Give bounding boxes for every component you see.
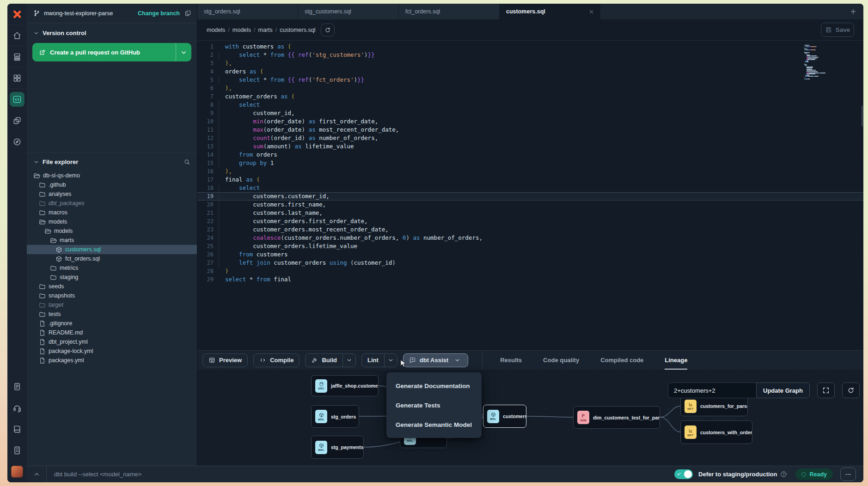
environments-icon[interactable] bbox=[7, 110, 27, 131]
code-editor[interactable]: 1with customers as (2 select * from {{ r… bbox=[197, 41, 863, 350]
tab-results[interactable]: Results bbox=[500, 351, 522, 370]
ide-icon[interactable] bbox=[7, 89, 27, 110]
code-line-2[interactable]: 2 select * from {{ ref('stg_customers')}… bbox=[197, 51, 863, 59]
code-line-16[interactable]: 16), bbox=[197, 167, 863, 176]
tree-item-metrics[interactable]: metrics bbox=[27, 263, 197, 273]
code-line-8[interactable]: 8 select bbox=[197, 101, 863, 109]
code-line-20[interactable]: 20 customers.first_name, bbox=[197, 200, 863, 209]
dbt-assist-button[interactable]: dbt Assist bbox=[403, 353, 468, 367]
tree-item-models[interactable]: models bbox=[27, 226, 197, 236]
tree-item-marts[interactable]: marts bbox=[27, 236, 197, 245]
code-line-1[interactable]: 1with customers as ( bbox=[197, 43, 863, 51]
code-line-27[interactable]: 27 left join customer_orders using (cust… bbox=[197, 259, 863, 267]
code-line-25[interactable]: 25 customer_orders.lifetime_value bbox=[197, 242, 863, 250]
docs-icon[interactable] bbox=[7, 419, 27, 440]
new-tab-button[interactable] bbox=[850, 8, 857, 15]
fullscreen-button[interactable] bbox=[817, 383, 835, 398]
code-line-6[interactable]: 6), bbox=[197, 84, 863, 92]
tree-item-models[interactable]: models bbox=[27, 217, 197, 226]
code-line-22[interactable]: 22 customer_orders.first_order_date, bbox=[197, 217, 863, 225]
tree-item--gitignore[interactable]: .gitignore bbox=[27, 319, 197, 328]
code-line-11[interactable]: 11 max(order_date) as most_recent_order_… bbox=[197, 126, 863, 134]
pr-dropdown-caret[interactable] bbox=[176, 43, 191, 61]
tab-compiled-code[interactable]: Compiled code bbox=[600, 351, 643, 370]
code-line-24[interactable]: 24 coalesce(customer_orders.number_of_or… bbox=[197, 234, 863, 242]
breadcrumb-part[interactable]: models bbox=[207, 27, 225, 33]
home-icon[interactable] bbox=[7, 25, 27, 46]
chevron-down-icon[interactable] bbox=[342, 354, 355, 367]
tab-code-quality[interactable]: Code quality bbox=[543, 351, 579, 370]
copy-icon[interactable] bbox=[184, 10, 191, 17]
lineage-filter-input[interactable]: 2+customers+2 bbox=[668, 383, 756, 398]
code-line-13[interactable]: 13 sum(amount) as lifetime_value bbox=[197, 142, 863, 151]
tree-item-packages-yml[interactable]: packages.yml bbox=[27, 356, 197, 365]
code-line-3[interactable]: 3), bbox=[197, 59, 863, 67]
build-button[interactable]: Build bbox=[305, 353, 356, 367]
projects-icon[interactable] bbox=[7, 46, 27, 67]
code-line-4[interactable]: 4orders as ( bbox=[197, 67, 863, 76]
compile-button[interactable]: Compile bbox=[253, 353, 300, 367]
code-line-14[interactable]: 14 from orders bbox=[197, 151, 863, 159]
code-line-19[interactable]: 19 customers.customer_id, bbox=[197, 192, 863, 200]
lint-button[interactable]: Lint bbox=[361, 353, 397, 367]
tree-item-db-sl-qs-demo[interactable]: db-sl-qs-demo bbox=[27, 171, 197, 180]
account-icon[interactable] bbox=[7, 440, 27, 461]
update-graph-button[interactable]: Update Graph bbox=[756, 383, 810, 398]
code-line-26[interactable]: 26 from customers bbox=[197, 250, 863, 259]
breadcrumb-part[interactable]: marts bbox=[258, 27, 273, 33]
menu-item-generate-documentation[interactable]: Generate Documentation bbox=[386, 376, 482, 395]
create-pr-button[interactable]: Create a pull request on GitHub bbox=[32, 43, 191, 61]
explore-icon[interactable] bbox=[7, 131, 27, 152]
preview-button[interactable]: Preview bbox=[202, 353, 248, 367]
tree-item-fct-orders-sql[interactable]: fct_orders.sql bbox=[27, 254, 197, 263]
code-line-23[interactable]: 23 customer_orders.most_recent_order_dat… bbox=[197, 225, 863, 234]
editor-minimap[interactable] bbox=[803, 44, 833, 80]
editor-tab-stg_customers-sql[interactable]: stg_customers.sql bbox=[298, 4, 399, 19]
tab-lineage[interactable]: Lineage bbox=[665, 351, 687, 370]
code-line-5[interactable]: 5 select * from {{ ref('fct_orders')}} bbox=[197, 76, 863, 84]
menu-item-generate-semantic-model[interactable]: Generate Semantic Model bbox=[386, 415, 482, 434]
code-line-21[interactable]: 21 customers.last_name, bbox=[197, 209, 863, 217]
code-line-28[interactable]: 28) bbox=[197, 267, 863, 275]
lineage-node-customers_for_parse[interactable]: METcustomers_for_parse bbox=[680, 396, 748, 416]
defer-toggle[interactable] bbox=[674, 469, 693, 479]
search-icon[interactable] bbox=[183, 158, 190, 165]
jobs-icon[interactable] bbox=[7, 376, 27, 397]
save-button[interactable]: Save bbox=[821, 23, 854, 37]
tree-item-dbt-project-yml[interactable]: dbt_project.yml bbox=[27, 337, 197, 346]
dbt-logo-icon[interactable] bbox=[7, 4, 27, 25]
editor-tab-stg_orders-sql[interactable]: stg_orders.sql bbox=[197, 4, 298, 19]
lineage-node-stg_orders[interactable]: MDLstg_orders bbox=[311, 405, 359, 428]
lineage-node-dim_customers_test_for_parse[interactable]: SEMdim_customers_test_for_parse bbox=[573, 406, 660, 429]
chevron-down-icon[interactable] bbox=[384, 354, 397, 367]
file-explorer-header[interactable]: File explorer bbox=[27, 152, 197, 168]
breadcrumb-part[interactable]: models bbox=[232, 27, 251, 33]
tree-item-customers-sql[interactable]: customers.sql bbox=[27, 245, 197, 254]
help-icon[interactable] bbox=[780, 471, 787, 478]
tree-item--github[interactable]: .github bbox=[27, 180, 197, 189]
command-bar-collapse-button[interactable] bbox=[27, 466, 47, 482]
code-line-9[interactable]: 9 customer_id, bbox=[197, 109, 863, 117]
code-line-29[interactable]: 29select * from final bbox=[197, 275, 863, 284]
lineage-node-customers_with_orders[interactable]: METcustomers_with_orders bbox=[680, 420, 752, 444]
menu-item-generate-tests[interactable]: Generate Tests bbox=[386, 395, 482, 415]
command-input[interactable]: dbt build --select <model_name> bbox=[47, 471, 141, 478]
tree-item-package-lock-yml[interactable]: package-lock.yml bbox=[27, 346, 197, 356]
close-icon[interactable] bbox=[588, 9, 594, 15]
lineage-node-stg_payments[interactable]: MDLstg_payments bbox=[311, 436, 364, 459]
editor-tab-customers-sql[interactable]: customers.sql bbox=[500, 4, 600, 19]
breadcrumb-part[interactable]: customers.sql bbox=[280, 27, 315, 33]
tree-item-macros[interactable]: macros bbox=[27, 208, 197, 217]
code-line-15[interactable]: 15 group by 1 bbox=[197, 159, 863, 167]
lineage-node-jaffle_shop_customers[interactable]: SRCjaffle_shop.customers bbox=[311, 375, 379, 396]
tree-item-target[interactable]: target bbox=[27, 300, 197, 310]
more-options-button[interactable] bbox=[840, 468, 856, 481]
tree-item-dbt-packages[interactable]: dbt_packages bbox=[27, 199, 197, 208]
editor-scrollbar[interactable] bbox=[862, 105, 863, 127]
tree-item-tests[interactable]: tests bbox=[27, 310, 197, 319]
change-branch-link[interactable]: Change branch bbox=[138, 10, 180, 17]
version-control-header[interactable]: Version control bbox=[27, 23, 197, 40]
code-line-10[interactable]: 10 min(order_date) as first_order_date, bbox=[197, 117, 863, 126]
tree-item-snapshots[interactable]: snapshots bbox=[27, 291, 197, 300]
model-actions-button[interactable] bbox=[321, 24, 335, 36]
